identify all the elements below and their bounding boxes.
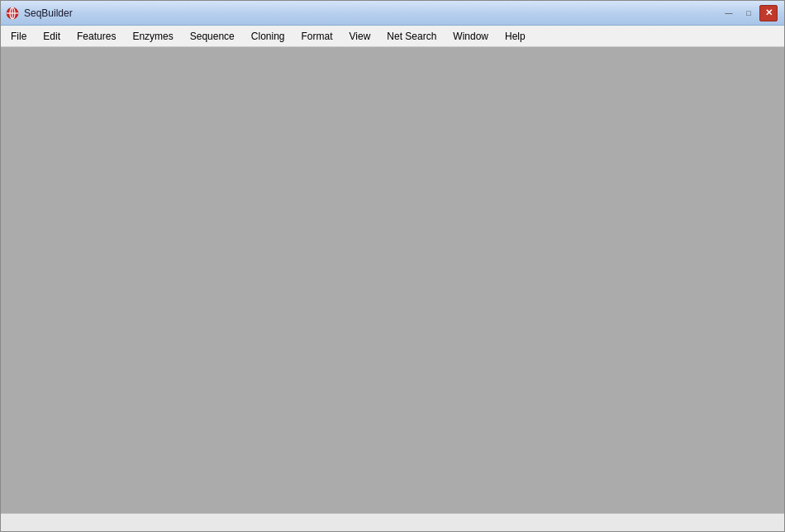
window-controls: — □ ✕ (720, 5, 778, 21)
menu-item-view[interactable]: View (341, 28, 379, 45)
menu-item-sequence[interactable]: Sequence (182, 28, 243, 45)
minimize-button[interactable]: — (720, 5, 738, 21)
title-bar: SeqBuilder — □ ✕ (1, 1, 784, 26)
content-area (1, 47, 784, 513)
menu-item-features[interactable]: Features (69, 28, 124, 45)
title-bar-left: SeqBuilder (6, 7, 73, 20)
window-title: SeqBuilder (24, 7, 73, 19)
menu-item-window[interactable]: Window (445, 28, 497, 45)
close-button[interactable]: ✕ (759, 5, 778, 21)
status-bar (1, 513, 784, 531)
menu-item-net-search[interactable]: Net Search (378, 28, 445, 45)
menu-bar: FileEditFeaturesEnzymesSequenceCloningFo… (1, 26, 784, 47)
close-icon: ✕ (765, 7, 773, 18)
menu-item-help[interactable]: Help (497, 28, 534, 45)
menu-item-format[interactable]: Format (293, 28, 341, 45)
maximize-icon: □ (746, 9, 750, 17)
main-window: SeqBuilder — □ ✕ FileEditFeaturesEnzymes… (0, 0, 785, 532)
menu-item-file[interactable]: File (2, 28, 35, 45)
menu-item-cloning[interactable]: Cloning (243, 28, 293, 45)
maximize-button[interactable]: □ (740, 5, 758, 21)
menu-item-edit[interactable]: Edit (35, 28, 69, 45)
menu-item-enzymes[interactable]: Enzymes (124, 28, 181, 45)
minimize-icon: — (726, 9, 733, 17)
app-icon (6, 7, 19, 20)
